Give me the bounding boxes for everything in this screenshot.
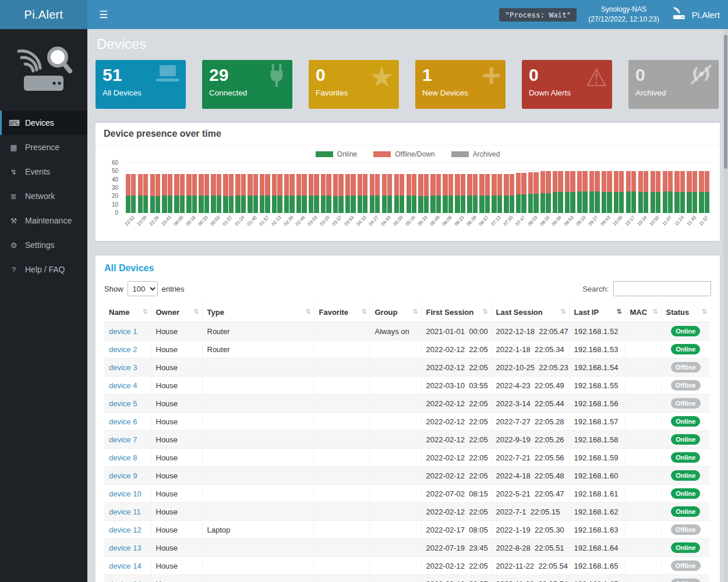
device-link[interactable]: device 1 bbox=[109, 327, 137, 336]
table-cell bbox=[202, 467, 314, 485]
column-header-group[interactable]: Group⇅ bbox=[370, 303, 421, 322]
device-link[interactable]: device 14 bbox=[109, 580, 142, 582]
sort-icon: ⇅ bbox=[560, 308, 566, 315]
device-link[interactable]: device 10 bbox=[109, 489, 142, 498]
stacked-bar bbox=[277, 163, 282, 213]
x-tick-label: 02:30 bbox=[282, 215, 294, 227]
presence-chart-panel: Device presence over time OnlineOffline/… bbox=[96, 121, 720, 241]
card-all-devices[interactable]: 51 All Devices bbox=[96, 60, 186, 109]
card-favorites[interactable]: 0 ★ Favorites bbox=[309, 60, 399, 109]
bar-group bbox=[137, 163, 149, 213]
x-tick-label: 11:57 bbox=[698, 215, 709, 226]
devices-table: Name⇅Owner⇅Type⇅Favorite⇅Group⇅First Ses… bbox=[104, 303, 710, 582]
column-header-status[interactable]: Status⇅ bbox=[661, 303, 710, 322]
entries-select[interactable]: 100 bbox=[128, 281, 158, 296]
stacked-bar bbox=[638, 163, 643, 213]
sidebar-item-events[interactable]: ↯ Events bbox=[0, 159, 87, 184]
table-cell: House bbox=[151, 575, 202, 582]
device-link[interactable]: device 4 bbox=[109, 381, 137, 390]
calendar-icon: ▦ bbox=[9, 143, 19, 152]
x-tick-label: 11:07 bbox=[661, 215, 673, 226]
stacked-bar bbox=[241, 163, 246, 213]
x-tick-label: 03:20 bbox=[319, 215, 331, 227]
column-header-name[interactable]: Name⇅ bbox=[104, 303, 151, 322]
bar-group bbox=[527, 163, 539, 213]
table-cell bbox=[202, 413, 314, 431]
x-tick-label: 23:09 bbox=[136, 215, 148, 227]
card-archived[interactable]: 0 Archived bbox=[628, 60, 719, 109]
sidebar-item-help[interactable]: ? Help / FAQ bbox=[0, 257, 87, 282]
column-header-last-session[interactable]: Last Session⇅ bbox=[491, 303, 569, 322]
stacked-bar bbox=[473, 163, 478, 213]
table-cell: 2022-11-22 22:05.54 bbox=[491, 575, 569, 582]
stacked-bar bbox=[533, 163, 538, 213]
table-row: device 13House2022-07-19 23:452022-8-28 … bbox=[104, 539, 710, 557]
table-cell bbox=[314, 340, 370, 359]
stacked-bar bbox=[199, 163, 203, 213]
x-tick: 03:53 bbox=[344, 213, 356, 237]
menu-toggle-icon[interactable]: ☰ bbox=[96, 6, 111, 23]
table-cell: House bbox=[151, 395, 202, 413]
brand-logo[interactable]: Pi.Alert bbox=[0, 0, 87, 29]
wrench-icon: ⚒ bbox=[9, 217, 19, 225]
x-tick: 08:03 bbox=[527, 213, 539, 237]
table-cell: House bbox=[151, 322, 202, 340]
bar-group bbox=[320, 163, 332, 213]
column-header-type[interactable]: Type⇅ bbox=[202, 303, 314, 322]
search-input[interactable] bbox=[613, 281, 711, 296]
stacked-bar bbox=[687, 163, 691, 213]
stacked-bar bbox=[448, 163, 453, 213]
device-link[interactable]: device 8 bbox=[109, 453, 137, 462]
sidebar-item-network[interactable]: ≣ Network bbox=[0, 184, 87, 208]
stacked-bar bbox=[619, 163, 624, 213]
column-header-first-session[interactable]: First Session⇅ bbox=[421, 303, 491, 322]
status-badge: Online bbox=[671, 488, 700, 499]
device-link[interactable]: device 5 bbox=[109, 399, 137, 408]
table-cell: 192.168.1.63 bbox=[569, 521, 625, 539]
table-cell bbox=[370, 359, 421, 377]
table-cell: 2022-07-19 23:45 bbox=[421, 539, 491, 557]
sidebar-item-devices[interactable]: ⌨ Devices bbox=[0, 111, 87, 135]
x-tick: 01:57 bbox=[259, 213, 271, 237]
column-header-last-ip[interactable]: Last IP⇅ bbox=[569, 303, 625, 322]
table-row: device 11House2022-02-12 22:052022-7-1 2… bbox=[104, 503, 710, 521]
sidebar-item-maintenance[interactable]: ⚒ Maintenance bbox=[0, 208, 87, 233]
device-link[interactable]: device 3 bbox=[109, 363, 137, 372]
sidebar-item-settings[interactable]: ⚙ Settings bbox=[0, 233, 87, 257]
column-header-favorite[interactable]: Favorite⇅ bbox=[314, 303, 370, 322]
x-tick-label: 11:40 bbox=[685, 215, 697, 226]
device-link[interactable]: device 14 bbox=[109, 562, 142, 570]
device-link[interactable]: device 9 bbox=[109, 471, 137, 480]
device-link[interactable]: device 6 bbox=[109, 417, 137, 426]
host-name: Synology-NAS bbox=[588, 5, 659, 15]
x-tick-label: 03:53 bbox=[344, 215, 355, 227]
table-cell: 2022-9-19 22:05.26 bbox=[491, 431, 569, 449]
card-down-alerts[interactable]: 0 ⚠ Down Alerts bbox=[522, 60, 612, 109]
scrollbar-thumb[interactable] bbox=[724, 35, 727, 169]
table-cell: 2022-02-12 22:05 bbox=[421, 431, 491, 449]
device-link[interactable]: device 7 bbox=[109, 435, 137, 444]
sidebar-item-label: Help / FAQ bbox=[25, 265, 65, 274]
table-row: device 2HouseRouter2022-02-12 22:052022-… bbox=[104, 340, 710, 359]
column-header-mac[interactable]: MAC⇅ bbox=[625, 303, 661, 322]
device-link[interactable]: device 13 bbox=[109, 544, 142, 552]
column-header-owner[interactable]: Owner⇅ bbox=[151, 303, 202, 322]
y-tick-label: 20 bbox=[112, 193, 118, 199]
scrollbar[interactable] bbox=[723, 29, 728, 582]
table-cell: House bbox=[151, 539, 202, 557]
x-tick-label: 02:13 bbox=[270, 215, 282, 227]
sidebar-item-presence[interactable]: ▦ Presence bbox=[0, 135, 87, 159]
card-new-devices[interactable]: 1 + New Devices bbox=[415, 60, 506, 109]
table-cell: 192.168.1.54 bbox=[569, 359, 625, 377]
x-tick: 11:07 bbox=[662, 213, 674, 237]
stacked-bar bbox=[314, 163, 319, 213]
table-cell bbox=[370, 467, 421, 485]
card-connected[interactable]: 29 Connected bbox=[202, 60, 292, 109]
stacked-bar bbox=[192, 163, 197, 213]
stacked-bar bbox=[424, 163, 429, 213]
device-link[interactable]: device 2 bbox=[109, 345, 137, 354]
device-link[interactable]: device 11 bbox=[109, 508, 141, 516]
device-link[interactable]: device 12 bbox=[109, 526, 142, 534]
x-tick-label: 04:43 bbox=[380, 215, 392, 227]
status-badge: Online bbox=[671, 542, 700, 553]
